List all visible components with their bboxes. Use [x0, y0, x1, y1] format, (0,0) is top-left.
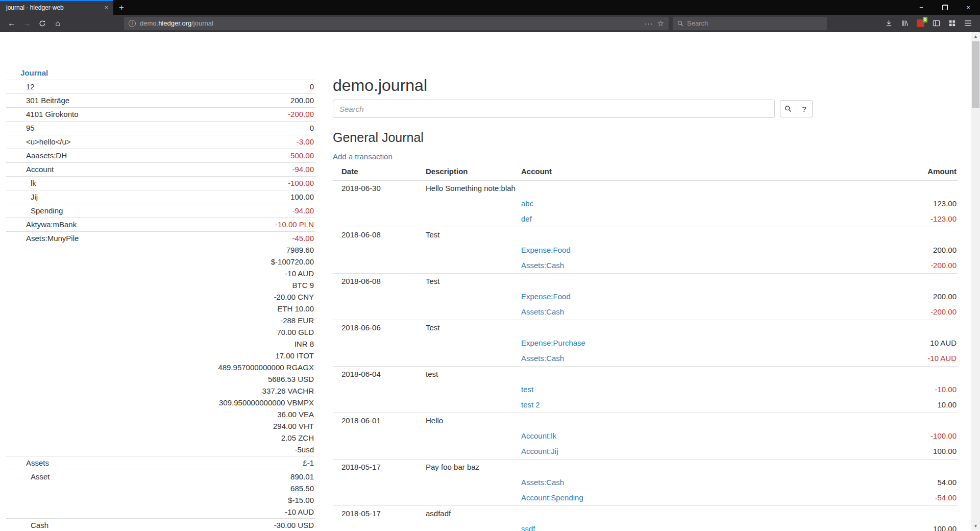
balance-amount: 5686.53 USD: [138, 373, 314, 385]
transaction-date: 2018-06-01: [333, 413, 426, 429]
restore-button[interactable]: [933, 0, 957, 15]
posting-row: Expense:Purchase10 AUD: [333, 335, 958, 351]
browser-search-bar[interactable]: Search: [673, 17, 827, 30]
account-link[interactable]: Aaasets:DH: [26, 151, 67, 160]
posting-account-link[interactable]: Expense:Food: [521, 246, 571, 254]
journal-search-input[interactable]: [333, 100, 775, 118]
balance-amount: -3.00: [138, 136, 314, 148]
journal-link[interactable]: Journal: [20, 68, 48, 77]
account-name-cell: 95: [6, 122, 138, 135]
page-actions-icon[interactable]: ···: [645, 19, 653, 28]
balance-amount: -100.00: [138, 177, 314, 189]
posting-row: Account:lk-100.00: [333, 428, 958, 444]
restore-icon: [942, 5, 948, 10]
posting-account-cell: Assets:Cash: [521, 475, 845, 490]
transaction-description: asdfadf: [426, 506, 521, 522]
posting-account-link[interactable]: test: [521, 385, 533, 394]
posting-amount: -200.00: [845, 304, 958, 320]
posting-account-link[interactable]: Account:Spending: [521, 493, 583, 502]
balance-amount: -288 EUR: [138, 315, 314, 326]
account-balance-cell: -200.00: [138, 108, 315, 122]
posting-account-link[interactable]: Expense:Purchase: [521, 339, 585, 347]
posting-row: Assets:Cash-10 AUD: [333, 351, 958, 367]
new-tab-button[interactable]: +: [113, 0, 130, 15]
tab-close-icon[interactable]: ×: [104, 4, 108, 11]
account-link[interactable]: <u>hello</u>: [26, 137, 71, 146]
account-link[interactable]: Jij: [31, 192, 38, 201]
balance-amount: INR 8: [138, 338, 314, 350]
balance-amount: -20.00 CNY: [138, 291, 314, 303]
add-transaction-link[interactable]: Add a transaction: [333, 152, 393, 161]
home-button[interactable]: ⌂: [50, 16, 65, 31]
account-name-cell: Jij: [6, 190, 138, 204]
transaction-description: test: [426, 367, 521, 382]
posting-account-link[interactable]: Assets:Cash: [521, 478, 564, 487]
url-domain: hledger.org: [158, 19, 191, 27]
page-scrollbar[interactable]: ▲ ▼: [971, 32, 980, 530]
account-link[interactable]: Asets:MunyPile: [26, 234, 79, 243]
search-help-button[interactable]: ?: [796, 100, 813, 117]
balance-amount: 685.50: [138, 482, 314, 494]
account-name-cell: Account: [6, 163, 138, 177]
account-link[interactable]: Aktywa:mBank: [26, 220, 77, 229]
url-subdomain: demo.: [140, 19, 158, 27]
browser-tab[interactable]: journal - hledger-web ×: [0, 0, 113, 15]
posting-account-cell: test 2: [521, 397, 845, 413]
minimize-button[interactable]: −: [910, 0, 933, 15]
posting-account-link[interactable]: abc: [521, 199, 533, 208]
back-button[interactable]: ←: [4, 16, 19, 31]
account-link[interactable]: Spending: [31, 206, 63, 215]
posting-account-link[interactable]: Assets:Cash: [521, 354, 564, 363]
account-name-cell: Assets: [6, 456, 138, 470]
account-name-cell: Asset: [6, 470, 138, 519]
account-link[interactable]: Account: [26, 165, 54, 174]
account-balance-cell: £-1: [138, 456, 315, 470]
posting-amount: -10.00: [845, 382, 958, 397]
activity-button[interactable]: [944, 16, 960, 31]
close-button[interactable]: ×: [957, 0, 980, 15]
extension-button[interactable]: 0: [913, 16, 928, 31]
sidebars-button[interactable]: [928, 16, 944, 31]
posting-account-link[interactable]: Expense:Food: [521, 292, 571, 301]
site-info-icon[interactable]: i: [129, 20, 136, 27]
url-bar[interactable]: i demo.hledger.org/journal ··· ☆: [124, 17, 669, 30]
scrollbar-thumb[interactable]: [972, 41, 979, 108]
sidebar-account-row: 950: [6, 122, 315, 135]
posting-account-link[interactable]: Account:Jij: [521, 447, 558, 455]
forward-button[interactable]: →: [19, 16, 35, 31]
account-name-cell: lk: [6, 177, 138, 190]
posting-account-link[interactable]: test 2: [521, 400, 540, 409]
posting-account-link[interactable]: ssdf: [521, 524, 535, 531]
posting-account-link[interactable]: def: [521, 214, 532, 223]
journal-header-row: Date Description Account Amount: [333, 165, 958, 180]
library-button[interactable]: [897, 16, 913, 31]
scroll-down-arrow[interactable]: ▼: [971, 522, 980, 530]
account-link[interactable]: 95: [26, 124, 35, 132]
account-link[interactable]: Cash: [31, 521, 48, 529]
account-balance-cell: 200.00: [138, 94, 315, 108]
account-link[interactable]: Asset: [31, 472, 50, 481]
account-link[interactable]: 12: [26, 82, 35, 91]
journal-search-button[interactable]: [780, 100, 796, 117]
transaction-date: 2018-06-30: [333, 180, 426, 196]
scroll-up-arrow[interactable]: ▲: [971, 32, 980, 41]
transaction-description: Hello Something note:blah: [426, 180, 521, 196]
sidebar-account-row: Cash-30.00 USD-117.00: [6, 519, 315, 531]
sidebar-icon: [933, 19, 940, 27]
posting-account-link[interactable]: Assets:Cash: [521, 261, 564, 270]
account-link[interactable]: lk: [31, 179, 36, 187]
account-link[interactable]: 4101 Girokonto: [26, 110, 79, 118]
account-name-cell: Aaasets:DH: [6, 149, 138, 163]
bookmark-star-icon[interactable]: ☆: [657, 19, 664, 28]
posting-row: Account:Spending-54.00: [333, 490, 958, 506]
account-link[interactable]: Assets: [26, 458, 49, 467]
posting-account-link[interactable]: Assets:Cash: [521, 307, 564, 316]
downloads-button[interactable]: [881, 16, 897, 31]
transaction-description: Pay foo bar baz: [426, 460, 521, 475]
reload-button[interactable]: [35, 16, 50, 31]
menu-button[interactable]: [960, 16, 976, 31]
posting-account-link[interactable]: Account:lk: [521, 431, 556, 440]
account-link[interactable]: 301 Beiträge: [26, 96, 69, 105]
search-icon: [785, 105, 792, 112]
toolbar-icons: 0: [881, 16, 976, 31]
